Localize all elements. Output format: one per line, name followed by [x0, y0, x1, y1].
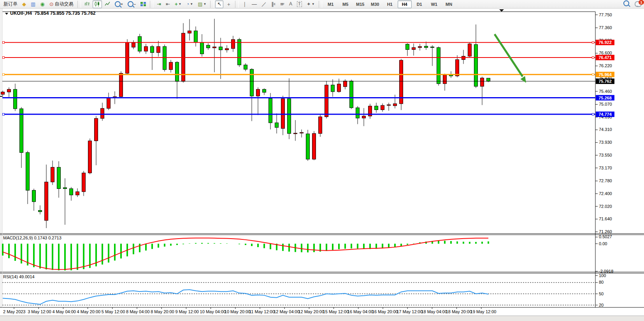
svg-text:18 May 20:00: 18 May 20:00 — [446, 309, 472, 314]
svg-text:10 May 20:00: 10 May 20:00 — [225, 309, 251, 314]
shapes-tool-button[interactable]: ✦▼ — [305, 0, 317, 8]
svg-text:17 May 12:00: 17 May 12:00 — [397, 309, 423, 314]
svg-text:10 May 04:00: 10 May 04:00 — [200, 309, 226, 314]
svg-text:11 May 12:00: 11 May 12:00 — [249, 309, 275, 314]
navigator-icon: ◉ — [40, 2, 44, 7]
svg-text:72.020: 72.020 — [599, 204, 612, 209]
market-watch-icon: ◆ — [22, 2, 26, 7]
svg-text:80: 80 — [599, 280, 604, 284]
caret-down-icon: ▼ — [178, 2, 181, 6]
text-label-tool-button[interactable]: T — [295, 0, 304, 8]
toolbar-separator — [319, 1, 322, 8]
svg-text:16 May 04:00: 16 May 04:00 — [347, 309, 374, 314]
timeframe-button-h1[interactable]: H1 — [383, 0, 397, 8]
svg-text:77.750: 77.750 — [599, 12, 612, 17]
svg-text:73.930: 73.930 — [599, 140, 612, 145]
mt4-window: 新订单 ◆ ▥ ◉ ⊙自动交易 + − ⇥ ⇤ +▼ ◔▼ ▨▼ ↖ ＋ ｜ —… — [0, 0, 644, 321]
svg-text:76.471: 76.471 — [598, 55, 612, 60]
cursor-icon: ↖ — [217, 2, 221, 7]
svg-text:75.070: 75.070 — [599, 102, 612, 106]
svg-text:100: 100 — [599, 273, 606, 278]
window-bottom-strip — [0, 316, 644, 321]
zoom-out-icon — [128, 1, 133, 7]
data-window-button[interactable]: ▥ — [29, 0, 37, 8]
crosshair-icon: ＋ — [226, 2, 231, 7]
svg-text:15 May 12:00: 15 May 12:00 — [323, 309, 349, 314]
svg-text:75.268: 75.268 — [598, 96, 612, 100]
tile-windows-icon — [140, 2, 146, 7]
autotrading-label: 自动交易 — [55, 1, 74, 7]
toolbar-right-tools: 1 — [623, 0, 642, 9]
svg-text:76.220: 76.220 — [599, 63, 612, 68]
text-tool-button[interactable]: A — [287, 0, 294, 8]
svg-text:19 May 12:00: 19 May 12:00 — [470, 309, 497, 314]
cursor-tool-button[interactable]: ↖ — [215, 0, 223, 8]
vertical-line-tool-button[interactable]: ｜ — [240, 0, 249, 8]
svg-text:72.780: 72.780 — [599, 178, 612, 183]
chart-shift-button[interactable]: ⇤ — [164, 0, 172, 8]
svg-text:4 May 20:00: 4 May 20:00 — [77, 309, 101, 314]
svg-text:74.774: 74.774 — [598, 112, 612, 117]
svg-text:75.762: 75.762 — [598, 79, 612, 84]
svg-text:75.964: 75.964 — [598, 72, 612, 77]
toolbar-separator — [235, 1, 239, 8]
vertical-line-icon: ｜ — [242, 2, 247, 7]
svg-text:20: 20 — [599, 303, 604, 307]
search-button[interactable] — [623, 0, 630, 9]
timeframe-button-m15[interactable]: M15 — [353, 0, 367, 8]
svg-text:8 May 04:00: 8 May 04:00 — [126, 309, 150, 314]
svg-text:77.360: 77.360 — [599, 25, 612, 30]
timeframe-button-w1[interactable]: W1 — [427, 0, 441, 8]
tile-windows-button[interactable] — [139, 0, 148, 8]
svg-text:76.600: 76.600 — [599, 51, 612, 55]
text-icon: A — [289, 2, 292, 7]
navigator-button[interactable]: ◉ — [38, 0, 46, 8]
caret-down-icon: ▼ — [203, 2, 206, 6]
svg-text:50: 50 — [599, 291, 604, 296]
templates-button[interactable]: ▨▼ — [196, 0, 208, 8]
auto-scroll-button[interactable]: ⇥ — [155, 0, 163, 8]
chart-canvas[interactable]: 77.75077.36076.98076.60076.22075.84075.4… — [0, 9, 644, 321]
svg-text:73.170: 73.170 — [599, 166, 612, 170]
horizontal-line-icon: — — [252, 2, 257, 7]
timeframe-button-m30[interactable]: M30 — [368, 0, 382, 8]
timeframe-button-m1[interactable]: M1 — [324, 0, 338, 8]
svg-text:76.922: 76.922 — [598, 40, 612, 45]
line-chart-type-button[interactable] — [103, 0, 112, 8]
line-chart-icon — [105, 2, 110, 7]
trendline-tool-button[interactable]: ／ — [260, 0, 268, 8]
zoom-out-button[interactable]: − — [126, 0, 138, 8]
new-order-button[interactable]: 新订单 — [2, 0, 19, 8]
zoom-in-button[interactable]: + — [113, 0, 125, 8]
timeframe-button-mn[interactable]: MN — [442, 0, 456, 8]
timeframe-button-h4[interactable]: H4 — [398, 0, 412, 8]
candlestick-type-button[interactable] — [93, 0, 102, 8]
new-order-label: 新订单 — [4, 1, 18, 7]
indicators-button[interactable]: +▼ — [173, 0, 184, 8]
autotrading-button[interactable]: ⊙自动交易 — [47, 0, 75, 8]
shapes-icon: ✦ — [307, 2, 311, 7]
bar-chart-icon — [84, 2, 90, 7]
fibonacci-tool-button[interactable]: ≡F — [278, 0, 286, 8]
svg-text:75.460: 75.460 — [599, 89, 612, 94]
notifications-button[interactable]: 1 — [635, 1, 642, 7]
text-label-icon: T — [297, 1, 302, 7]
svg-text:72.400: 72.400 — [599, 191, 612, 196]
channel-tool-button[interactable]: ∥E — [269, 0, 277, 8]
crosshair-tool-button[interactable]: ＋ — [224, 0, 233, 8]
timeframe-button-d1[interactable]: D1 — [412, 0, 426, 8]
svg-text:4 May 04:00: 4 May 04:00 — [52, 309, 76, 314]
svg-text:0.00: 0.00 — [599, 241, 607, 246]
svg-text:71.260: 71.260 — [599, 229, 612, 234]
market-watch-button[interactable]: ◆ — [20, 0, 28, 8]
toolbar: 新订单 ◆ ▥ ◉ ⊙自动交易 + − ⇥ ⇤ +▼ ◔▼ ▨▼ ↖ ＋ ｜ —… — [0, 0, 644, 9]
svg-text:3 May 12:00: 3 May 12:00 — [28, 309, 51, 314]
horizontal-line-tool-button[interactable]: — — [250, 0, 259, 8]
svg-text:5 May 12:00: 5 May 12:00 — [102, 309, 125, 314]
svg-text:73.550: 73.550 — [599, 153, 612, 157]
bar-chart-type-button[interactable] — [82, 0, 92, 8]
autotrading-icon: ⊙ — [49, 2, 54, 7]
periods-button[interactable]: ◔▼ — [184, 0, 195, 8]
timeframe-button-m5[interactable]: M5 — [339, 0, 353, 8]
svg-text:8 May 20:00: 8 May 20:00 — [151, 309, 174, 314]
